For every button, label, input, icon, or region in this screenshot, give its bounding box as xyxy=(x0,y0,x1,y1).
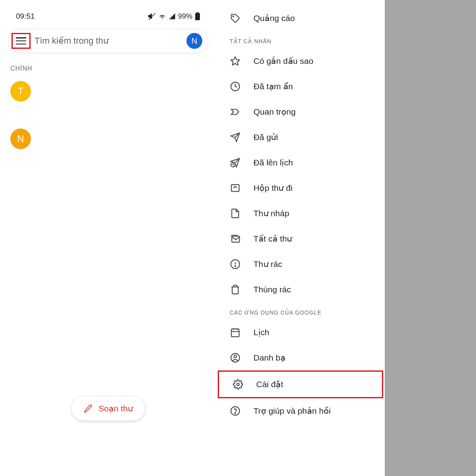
hamburger-icon[interactable] xyxy=(16,37,26,44)
left-screenshot: 09:51 99% Tìm kiếm trong thư N CHÍNH T N… xyxy=(0,0,216,476)
gear-icon xyxy=(232,379,244,390)
svg-marker-4 xyxy=(231,57,240,65)
svg-point-17 xyxy=(234,355,237,358)
svg-rect-7 xyxy=(231,184,239,191)
sender-avatar-t[interactable]: T xyxy=(10,81,31,102)
drawer-outbox[interactable]: Hộp thư đi xyxy=(216,175,385,201)
send-icon xyxy=(230,132,241,143)
file-icon xyxy=(230,208,241,219)
compose-label: Soạn thư xyxy=(98,404,133,413)
important-icon xyxy=(230,106,241,117)
scheduled-icon xyxy=(230,157,241,168)
status-icons: 99% xyxy=(148,12,200,21)
drawer-help[interactable]: Trợ giúp và phản hồi xyxy=(216,398,385,424)
battery-percent: 99% xyxy=(178,12,192,21)
drawer-important[interactable]: Quan trọng xyxy=(216,99,385,125)
dim-background: N 21 Th5 h thi... ...☆ gle 20 Th5 iết l.… xyxy=(385,0,476,476)
nav-drawer: Quảng cáo TẤT CẢ NHÃN Có gắn dấu sao Đã … xyxy=(216,0,385,476)
svg-point-3 xyxy=(233,16,234,17)
drawer-snoozed[interactable]: Đã tạm ẩn xyxy=(216,74,385,99)
drawer-promo[interactable]: Quảng cáo xyxy=(216,6,385,31)
star-icon xyxy=(230,56,241,67)
allmail-icon xyxy=(230,233,241,244)
drawer-header-labels: TẤT CẢ NHÃN xyxy=(216,31,385,48)
wifi-icon xyxy=(158,12,166,20)
calendar-icon xyxy=(230,327,241,338)
compose-button[interactable]: Soạn thư xyxy=(71,397,145,420)
person-icon xyxy=(230,352,241,363)
drawer-trash[interactable]: Thùng rác xyxy=(216,277,385,302)
section-primary: CHÍNH xyxy=(10,65,216,72)
svg-point-11 xyxy=(235,266,236,267)
drawer-calendar[interactable]: Lịch xyxy=(216,320,385,345)
tag-icon xyxy=(230,13,241,24)
battery-icon xyxy=(195,12,200,20)
drawer-settings[interactable]: Cài đặt xyxy=(218,370,383,398)
spam-icon xyxy=(230,259,241,270)
email-list: T N xyxy=(10,81,216,149)
drawer-scheduled[interactable]: Đã lên lịch xyxy=(216,150,385,175)
status-time: 09:51 xyxy=(16,12,35,21)
sender-avatar-n[interactable]: N xyxy=(10,129,31,149)
drawer-sent[interactable]: Đã gửi xyxy=(216,125,385,150)
svg-point-20 xyxy=(235,413,236,413)
mute-icon xyxy=(148,12,156,20)
hamburger-highlight xyxy=(12,33,31,49)
clock-icon xyxy=(230,81,241,92)
svg-rect-2 xyxy=(196,12,199,13)
search-placeholder[interactable]: Tìm kiếm trong thư xyxy=(35,36,186,46)
help-icon xyxy=(230,405,241,416)
drawer-starred[interactable]: Có gắn dấu sao xyxy=(216,48,385,74)
search-bar[interactable]: Tìm kiếm trong thư N xyxy=(8,29,208,53)
right-screenshot: N 21 Th5 h thi... ...☆ gle 20 Th5 iết l.… xyxy=(216,0,476,476)
drawer-allmail[interactable]: Tất cả thư xyxy=(216,226,385,251)
signal-icon xyxy=(169,13,176,20)
trash-icon xyxy=(230,284,241,295)
drawer-drafts[interactable]: Thư nháp xyxy=(216,201,385,226)
drawer-spam[interactable]: Thư rác xyxy=(216,251,385,277)
svg-rect-1 xyxy=(195,13,200,20)
profile-avatar[interactable]: N xyxy=(186,33,202,49)
drawer-contacts[interactable]: Danh bạ xyxy=(216,345,385,370)
outbox-icon xyxy=(230,182,241,194)
status-bar: 09:51 99% xyxy=(0,0,216,23)
svg-point-18 xyxy=(237,383,240,386)
pencil-icon xyxy=(83,404,92,413)
drawer-header-apps: CÁC ỨNG DỤNG CỦA GOOGLE xyxy=(216,302,385,320)
svg-rect-12 xyxy=(231,329,239,337)
